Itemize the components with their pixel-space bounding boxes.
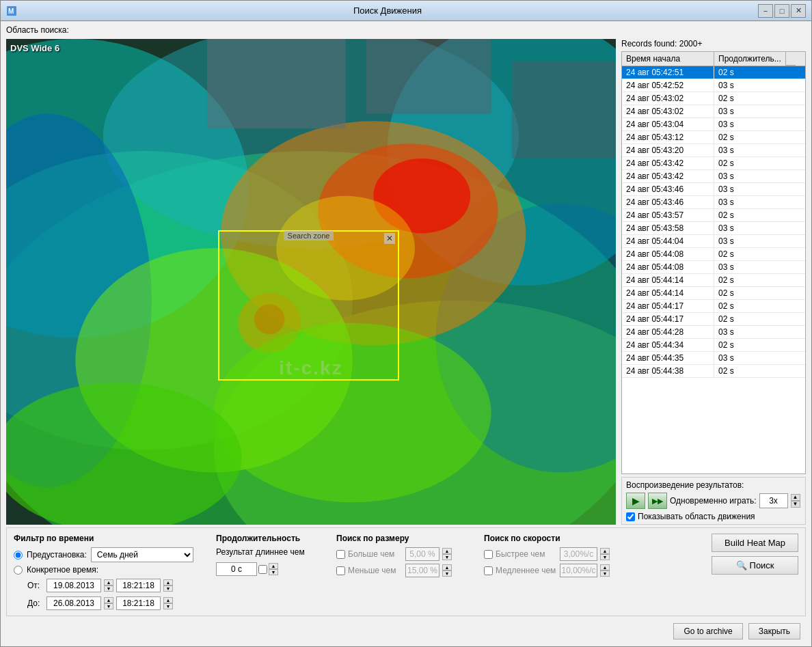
from-date-down[interactable]: ▼	[104, 586, 113, 592]
table-row[interactable]: 24 авг 05:42:5203 s	[622, 79, 805, 92]
table-row[interactable]: 24 авг 05:44:3802 s	[622, 365, 805, 378]
specific-time-label: Конкретное время:	[27, 565, 98, 575]
from-date-up[interactable]: ▲	[104, 579, 113, 586]
slower-checkbox[interactable]	[484, 566, 493, 575]
search-button[interactable]: 🔍 Поиск	[712, 556, 798, 575]
duration-down[interactable]: ▼	[269, 569, 278, 575]
from-time-input[interactable]	[116, 579, 161, 592]
cell-duration: 03 s	[714, 235, 805, 247]
table-row[interactable]: 24 авг 05:44:3503 s	[622, 352, 805, 365]
table-row[interactable]: 24 авг 05:44:1402 s	[622, 287, 805, 300]
specific-time-radio[interactable]	[14, 566, 23, 575]
archive-button[interactable]: Go to archive	[673, 623, 742, 639]
from-date-input[interactable]	[46, 579, 101, 592]
to-time-up[interactable]: ▲	[163, 597, 173, 603]
close-dialog-button[interactable]: Закрыть	[748, 623, 800, 639]
faster-spinner: ▲ ▼	[600, 548, 610, 560]
slower-down[interactable]: ▼	[600, 570, 610, 577]
duration-checkbox[interactable]	[258, 565, 267, 574]
to-date-down[interactable]: ▼	[104, 603, 113, 609]
smaller-input[interactable]	[405, 564, 439, 577]
results-table-body[interactable]: 24 авг 05:42:5102 s24 авг 05:42:5203 s24…	[622, 66, 805, 473]
from-date-spinner: ▲ ▼	[104, 579, 113, 592]
search-zone-close-button[interactable]: ✕	[384, 233, 395, 244]
table-row[interactable]: 24 авг 05:43:4603 s	[622, 183, 805, 196]
camera-label: DVS Wide 6	[10, 43, 59, 53]
table-row[interactable]: 24 авг 05:44:3402 s	[622, 339, 805, 352]
table-row[interactable]: 24 авг 05:44:1702 s	[622, 300, 805, 313]
table-row[interactable]: 24 авг 05:43:2003 s	[622, 144, 805, 157]
table-row[interactable]: 24 авг 05:44:0403 s	[622, 235, 805, 248]
maximize-button[interactable]: □	[774, 4, 789, 18]
show-motion-checkbox[interactable]	[626, 512, 635, 521]
duration-up[interactable]: ▲	[269, 563, 278, 569]
search-icon: 🔍	[736, 560, 747, 570]
to-time-down[interactable]: ▼	[163, 603, 173, 609]
table-row[interactable]: 24 авг 05:43:0203 s	[622, 105, 805, 118]
bigger-input[interactable]	[405, 547, 439, 561]
table-row[interactable]: 24 авг 05:44:0802 s	[622, 248, 805, 261]
speed-up-button[interactable]: ▲	[791, 494, 800, 501]
top-section: DVS Wide 6 it-c.kz Search zone ✕ Records…	[6, 39, 806, 525]
bottom-filter-section: Фильтр по времени Предустановка: Семь дн…	[6, 527, 806, 616]
to-time-input[interactable]	[116, 596, 161, 610]
table-row[interactable]: 24 авг 05:44:1402 s	[622, 274, 805, 287]
slower-up[interactable]: ▲	[600, 564, 610, 570]
slower-input[interactable]	[560, 564, 597, 577]
table-row[interactable]: 24 авг 05:43:5803 s	[622, 222, 805, 235]
preset-radio[interactable]	[14, 551, 23, 560]
duration-spinner: ▲ ▼	[269, 563, 278, 575]
faster-input[interactable]	[560, 547, 597, 561]
play-next-button[interactable]: ▶▶	[648, 493, 667, 509]
cell-duration: 03 s	[714, 170, 805, 182]
cell-time: 24 авг 05:43:46	[622, 196, 714, 208]
smaller-down[interactable]: ▼	[442, 570, 452, 577]
table-row[interactable]: 24 авг 05:44:1702 s	[622, 313, 805, 326]
cell-time: 24 авг 05:44:17	[622, 313, 714, 325]
from-time-up[interactable]: ▲	[163, 579, 173, 586]
minimize-button[interactable]: −	[758, 4, 773, 18]
cell-time: 24 авг 05:44:34	[622, 339, 714, 351]
speed-input[interactable]	[759, 493, 788, 508]
cell-time: 24 авг 05:44:14	[622, 274, 714, 286]
faster-down[interactable]: ▼	[600, 554, 610, 560]
preset-dropdown[interactable]: Семь дней Один день Один час	[91, 547, 193, 562]
table-row[interactable]: 24 авг 05:44:2803 s	[622, 326, 805, 339]
bigger-checkbox[interactable]	[336, 550, 345, 559]
cell-duration: 03 s	[714, 326, 805, 338]
bigger-up[interactable]: ▲	[442, 548, 452, 554]
slower-row: Медленнее чем ▲ ▼	[484, 564, 621, 577]
simultaneously-label: Одновременно играть:	[670, 496, 757, 506]
play-button[interactable]: ▶	[626, 493, 645, 509]
table-row[interactable]: 24 авг 05:43:1202 s	[622, 131, 805, 144]
bigger-down[interactable]: ▼	[442, 554, 452, 560]
to-date-input[interactable]	[46, 596, 101, 610]
speed-down-button[interactable]: ▼	[791, 501, 800, 508]
col-header-duration: Продолжитель...	[714, 52, 786, 66]
svg-text:M: M	[8, 8, 14, 15]
faster-checkbox[interactable]	[484, 550, 493, 559]
table-row[interactable]: 24 авг 05:43:4203 s	[622, 170, 805, 183]
smaller-up[interactable]: ▲	[442, 564, 452, 570]
table-row[interactable]: 24 авг 05:43:0202 s	[622, 92, 805, 105]
table-row[interactable]: 24 авг 05:43:4603 s	[622, 196, 805, 209]
table-row[interactable]: 24 авг 05:43:5702 s	[622, 209, 805, 222]
right-panel: Records found: 2000+ Время начала Продол…	[621, 39, 806, 525]
close-button[interactable]: ✕	[791, 4, 806, 18]
to-date-up[interactable]: ▲	[104, 597, 113, 603]
table-row[interactable]: 24 авг 05:43:0403 s	[622, 118, 805, 131]
table-row[interactable]: 24 авг 05:42:5102 s	[622, 66, 805, 79]
faster-up[interactable]: ▲	[600, 548, 610, 554]
duration-input[interactable]	[216, 562, 257, 576]
table-row[interactable]: 24 авг 05:44:0803 s	[622, 261, 805, 274]
smaller-checkbox[interactable]	[336, 566, 345, 575]
cell-duration: 03 s	[714, 196, 805, 208]
svg-rect-23	[512, 61, 616, 159]
from-time-down[interactable]: ▼	[163, 586, 173, 592]
cell-duration: 02 s	[714, 157, 805, 169]
table-row[interactable]: 24 авг 05:43:4202 s	[622, 157, 805, 170]
cell-duration: 03 s	[714, 261, 805, 273]
duration-input-row: ▲ ▼	[216, 562, 325, 576]
heat-map-button[interactable]: Build Heat Map	[712, 534, 798, 552]
cell-time: 24 авг 05:44:28	[622, 326, 714, 338]
